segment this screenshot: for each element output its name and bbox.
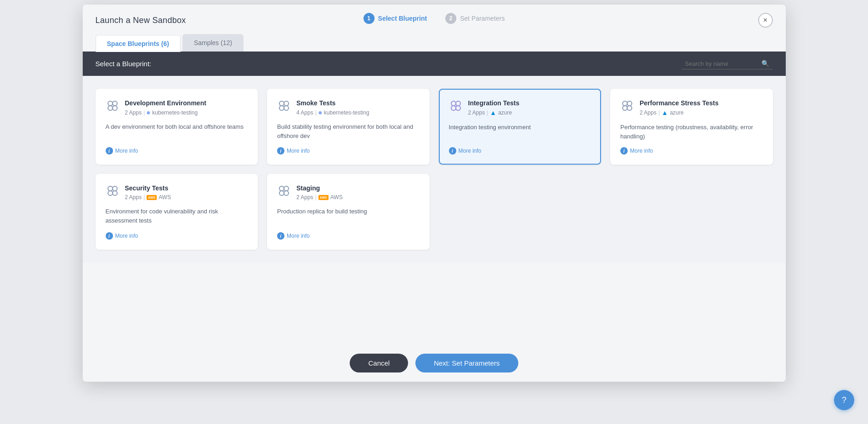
blueprint-card-6[interactable]: Staging 2 Apps | AWS AWS Production repl… (267, 174, 430, 250)
card-2-header: Smoke Tests 4 Apps | ⎈ kubernetes-testin… (277, 99, 420, 116)
card-4-more-info[interactable]: i More info (620, 147, 653, 155)
card-5-more-info-label: More info (115, 233, 138, 239)
card-4-more-info-label: More info (630, 148, 653, 154)
card-4-description: Performance testing (robustness, availab… (620, 123, 763, 142)
svg-point-19 (456, 106, 460, 110)
close-button[interactable]: × (758, 13, 773, 28)
card-2-provider: kubernetes-testing (324, 109, 369, 116)
card-5-header: Security Tests 2 Apps | AWS AWS (106, 184, 248, 201)
card-3-apps: 2 Apps (468, 109, 485, 116)
card-5-provider: AWS (159, 194, 171, 201)
svg-point-33 (113, 186, 117, 191)
step-1-label: Select Blueprint (378, 15, 427, 22)
svg-point-42 (279, 191, 284, 195)
select-bar-title: Select a Blueprint: (96, 60, 152, 68)
card-6-more-info[interactable]: i More info (277, 232, 310, 240)
svg-point-1 (113, 101, 117, 106)
card-2-more-info[interactable]: i More info (277, 147, 310, 155)
info-icon-4: i (620, 147, 628, 155)
card-3-description: Integration testing environment (449, 123, 591, 142)
card-6-title-group: Staging 2 Apps | AWS AWS (296, 184, 420, 201)
search-icon: 🔍 (761, 60, 769, 67)
step-1-circle: 1 (363, 13, 374, 24)
blueprint-card-2[interactable]: Smoke Tests 4 Apps | ⎈ kubernetes-testin… (267, 89, 430, 165)
search-box[interactable]: 🔍 (681, 58, 773, 69)
steps-bar: 1 Select Blueprint 2 Set Parameters (363, 13, 505, 24)
blueprint-icon-5 (106, 184, 119, 198)
card-6-meta: 2 Apps | AWS AWS (296, 194, 420, 201)
svg-point-24 (623, 101, 627, 106)
card-4-apps: 2 Apps (640, 109, 657, 116)
card-4-title: Performance Stress Tests (640, 99, 763, 107)
svg-point-35 (113, 191, 117, 195)
card-3-title: Integration Tests (468, 99, 591, 107)
card-6-title: Staging (296, 184, 420, 192)
tab-samples[interactable]: Samples (12) (182, 34, 244, 52)
blueprint-icon-2 (277, 99, 291, 113)
svg-point-17 (456, 101, 460, 106)
svg-point-40 (279, 186, 284, 191)
modal-title: Launch a New Sandbox (96, 16, 186, 25)
card-5-more-info[interactable]: i More info (106, 232, 138, 240)
help-fab-button[interactable]: ? (834, 390, 854, 410)
step-2: 2 Set Parameters (445, 13, 505, 24)
svg-point-34 (108, 191, 113, 195)
card-6-description: Production replica for build testing (277, 207, 420, 227)
svg-point-9 (284, 101, 289, 106)
card-3-more-info-label: More info (459, 148, 482, 154)
svg-point-43 (284, 191, 289, 195)
tab-space-blueprints[interactable]: Space Blueprints (6) (96, 35, 181, 52)
step-1: 1 Select Blueprint (363, 13, 427, 24)
card-4-title-group: Performance Stress Tests 2 Apps | ▲ azur… (640, 99, 763, 116)
card-3-more-info[interactable]: i More info (449, 147, 482, 155)
card-2-meta: 4 Apps | ⎈ kubernetes-testing (296, 109, 420, 116)
modal: Launch a New Sandbox 1 Select Blueprint … (83, 5, 786, 382)
info-icon-6: i (277, 232, 284, 240)
svg-point-11 (284, 106, 289, 110)
card-5-meta: 2 Apps | AWS AWS (125, 194, 248, 201)
card-2-apps: 4 Apps (296, 109, 313, 116)
info-icon-2: i (277, 147, 284, 155)
card-5-sep: | (143, 194, 145, 201)
card-5-title: Security Tests (125, 184, 248, 192)
card-4-meta: 2 Apps | ▲ azure (640, 109, 763, 116)
card-1-provider: kubernetes-testing (152, 109, 198, 116)
card-2-description: Build stability testing environment for … (277, 122, 420, 142)
svg-point-3 (113, 106, 117, 110)
svg-point-16 (451, 101, 456, 106)
card-4-header: Performance Stress Tests 2 Apps | ▲ azur… (620, 99, 763, 116)
azure-icon-3: ▲ (490, 109, 496, 116)
svg-point-8 (279, 101, 284, 106)
blueprint-card-3[interactable]: Integration Tests 2 Apps | ▲ azure Integ… (439, 89, 601, 165)
search-input[interactable] (685, 60, 759, 67)
bottom-row: Cancel Next: Set Parameters (83, 344, 786, 382)
cards-grid: Development Environment 2 Apps | ⎈ kuber… (83, 76, 786, 263)
tabs-row: Space Blueprints (6) Samples (12) (83, 34, 786, 52)
card-2-sep: | (315, 109, 317, 116)
info-icon-5: i (106, 232, 113, 240)
svg-point-18 (451, 106, 456, 110)
card-5-description: Environment for code vulnerability and r… (106, 207, 248, 227)
card-1-more-info[interactable]: i More info (106, 147, 138, 155)
cancel-button[interactable]: Cancel (350, 354, 408, 372)
card-2-more-info-label: More info (287, 148, 310, 154)
modal-header: Launch a New Sandbox 1 Select Blueprint … (83, 5, 786, 34)
card-1-more-info-label: More info (115, 148, 138, 154)
step-2-circle: 2 (445, 13, 456, 24)
k8s-icon-1: ⎈ (147, 109, 150, 116)
azure-icon-4: ▲ (662, 109, 668, 116)
card-3-meta: 2 Apps | ▲ azure (468, 109, 591, 116)
blueprint-card-4[interactable]: Performance Stress Tests 2 Apps | ▲ azur… (610, 89, 773, 165)
blueprint-card-1[interactable]: Development Environment 2 Apps | ⎈ kuber… (96, 89, 258, 165)
card-1-apps: 2 Apps (125, 109, 142, 116)
svg-point-26 (623, 106, 627, 110)
card-3-header: Integration Tests 2 Apps | ▲ azure (449, 99, 591, 116)
svg-point-32 (108, 186, 113, 191)
blueprint-icon-3 (449, 99, 463, 113)
svg-point-0 (108, 101, 113, 106)
card-3-title-group: Integration Tests 2 Apps | ▲ azure (468, 99, 591, 116)
info-icon-1: i (106, 147, 113, 155)
blueprint-card-5[interactable]: Security Tests 2 Apps | AWS AWS Environm… (96, 174, 258, 250)
blueprint-icon-4 (620, 99, 634, 113)
next-button[interactable]: Next: Set Parameters (415, 354, 518, 372)
